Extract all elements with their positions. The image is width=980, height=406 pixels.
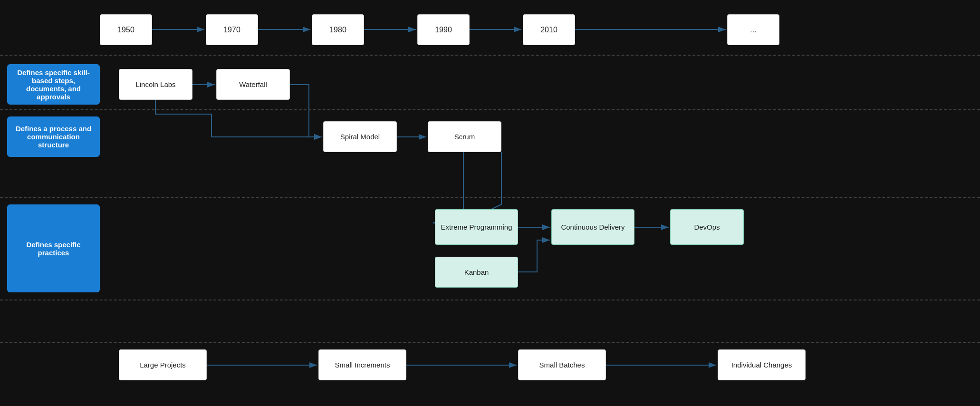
timeline-2010: 2010: [523, 14, 575, 45]
method-small-increments: Small Increments: [318, 349, 406, 380]
timeline-1970: 1970: [206, 14, 258, 45]
method-lincoln-labs: Lincoln Labs: [119, 69, 192, 100]
timeline-1950: 1950: [100, 14, 152, 45]
method-small-batches: Small Batches: [518, 349, 606, 380]
category-skill-based: Defines specific skill-based steps, docu…: [7, 64, 100, 105]
diagram: 1950 1970 1980 1990 2010 ... Defines spe…: [0, 0, 980, 406]
timeline-ellipsis: ...: [727, 14, 779, 45]
method-continuous-delivery: Continuous Delivery: [551, 209, 634, 245]
separator-3: [0, 197, 980, 198]
separator-5: [0, 342, 980, 343]
method-spiral-model: Spiral Model: [323, 121, 397, 152]
method-kanban: Kanban: [435, 257, 518, 288]
method-large-projects: Large Projects: [119, 349, 207, 380]
method-devops: DevOps: [670, 209, 744, 245]
arrows-overlay: [0, 0, 980, 406]
timeline-1980: 1980: [312, 14, 364, 45]
method-waterfall: Waterfall: [216, 69, 290, 100]
separator-4: [0, 300, 980, 300]
timeline-1990: 1990: [417, 14, 470, 45]
method-extreme-programming: Extreme Programming: [435, 209, 518, 245]
category-process-communication: Defines a process and communication stru…: [7, 116, 100, 157]
method-scrum: Scrum: [428, 121, 501, 152]
separator-2: [0, 109, 980, 110]
category-specific-practices: Defines specific practices: [7, 204, 100, 292]
separator-1: [0, 55, 980, 56]
method-individual-changes: Individual Changes: [718, 349, 806, 380]
